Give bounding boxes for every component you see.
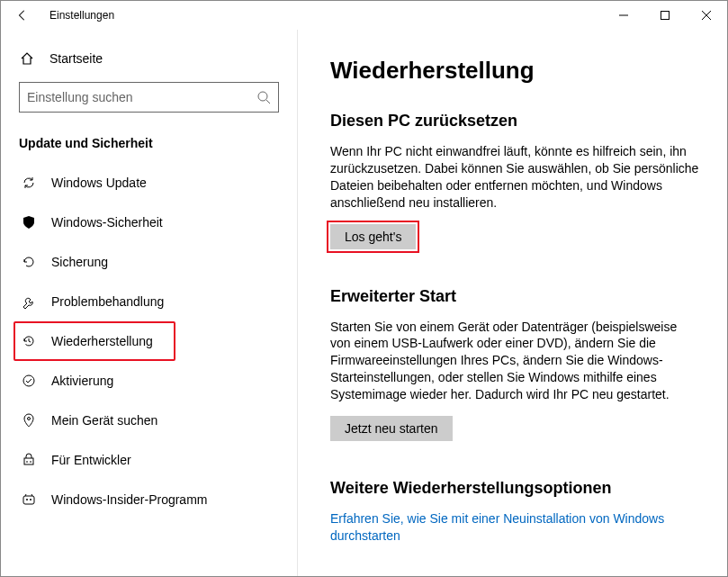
svg-rect-1 xyxy=(661,12,670,20)
sidebar-item-developers[interactable]: Für Entwickler xyxy=(19,440,279,480)
reset-title: Diesen PC zurücksetzen xyxy=(330,112,700,131)
sidebar-item-windows-security[interactable]: Windows-Sicherheit xyxy=(19,203,279,242)
svg-point-6 xyxy=(23,375,34,386)
sidebar-item-label: Für Entwickler xyxy=(51,453,131,467)
shield-icon xyxy=(21,215,37,230)
home-icon xyxy=(19,51,35,66)
sidebar-category: Update und Sicherheit xyxy=(19,136,279,150)
search-icon xyxy=(256,90,271,104)
sidebar-item-find-device[interactable]: Mein Gerät suchen xyxy=(19,401,279,440)
advanced-title: Erweiterter Start xyxy=(330,287,700,306)
check-circle-icon xyxy=(21,374,37,388)
sidebar-item-recovery[interactable]: Wiederherstellung xyxy=(13,321,175,361)
main-content: Wiederherstellung Diesen PC zurücksetzen… xyxy=(298,30,727,576)
minimize-button[interactable] xyxy=(603,1,644,30)
sidebar-item-backup[interactable]: Sicherung xyxy=(19,242,279,282)
svg-point-13 xyxy=(30,499,31,500)
sidebar-item-label: Problembehandlung xyxy=(51,294,164,309)
sidebar-item-windows-update[interactable]: Windows Update xyxy=(19,163,279,203)
close-button[interactable] xyxy=(686,1,727,30)
more-section: Weitere Wiederherstellungsoptionen Erfah… xyxy=(330,479,700,545)
sidebar-item-label: Mein Gerät suchen xyxy=(51,413,157,428)
sync-icon xyxy=(21,176,37,190)
svg-point-12 xyxy=(26,499,28,500)
developer-icon xyxy=(21,453,37,467)
search-placeholder: Einstellung suchen xyxy=(27,90,133,104)
svg-point-4 xyxy=(258,92,267,101)
reset-start-button[interactable]: Los geht's xyxy=(330,224,416,249)
reset-body: Wenn Ihr PC nicht einwandfrei läuft, kön… xyxy=(330,143,700,212)
sidebar-item-label: Windows-Sicherheit xyxy=(51,215,163,230)
window-title: Einstellungen xyxy=(49,9,114,22)
sidebar-item-label: Sicherung xyxy=(51,255,108,269)
titlebar: Einstellungen xyxy=(1,1,727,30)
wrench-icon xyxy=(21,294,37,309)
svg-point-7 xyxy=(28,418,31,420)
insider-icon xyxy=(21,492,37,507)
maximize-button[interactable] xyxy=(644,1,686,30)
sidebar-item-troubleshoot[interactable]: Problembehandlung xyxy=(19,282,279,321)
svg-rect-8 xyxy=(24,458,33,464)
location-icon xyxy=(21,413,37,428)
sidebar-item-label: Wiederherstellung xyxy=(51,334,153,348)
fresh-install-link[interactable]: Erfahren Sie, wie Sie mit einer Neuinsta… xyxy=(330,511,664,543)
sidebar-item-label: Windows-Insider-Programm xyxy=(51,492,207,507)
more-title: Weitere Wiederherstellungsoptionen xyxy=(330,479,700,498)
sidebar-home[interactable]: Startseite xyxy=(19,46,279,82)
restart-now-button[interactable]: Jetzt neu starten xyxy=(330,416,453,441)
advanced-section: Erweiterter Start Starten Sie von einem … xyxy=(330,287,700,445)
backup-icon xyxy=(21,255,37,269)
reset-section: Diesen PC zurücksetzen Wenn Ihr PC nicht… xyxy=(330,112,700,253)
sidebar: Startseite Einstellung suchen Update und… xyxy=(1,30,298,576)
svg-line-5 xyxy=(266,100,270,104)
svg-rect-11 xyxy=(23,496,34,504)
page-title: Wiederherstellung xyxy=(330,57,700,85)
search-input[interactable]: Einstellung suchen xyxy=(19,82,279,113)
sidebar-item-label: Aktivierung xyxy=(51,374,113,388)
advanced-body: Starten Sie von einem Gerät oder Datentr… xyxy=(330,319,700,403)
sidebar-item-insider[interactable]: Windows-Insider-Programm xyxy=(19,480,279,519)
history-icon xyxy=(21,334,37,348)
back-button[interactable] xyxy=(8,1,37,30)
sidebar-home-label: Startseite xyxy=(49,51,103,66)
sidebar-item-activation[interactable]: Aktivierung xyxy=(19,361,279,401)
sidebar-item-label: Windows Update xyxy=(51,176,147,190)
